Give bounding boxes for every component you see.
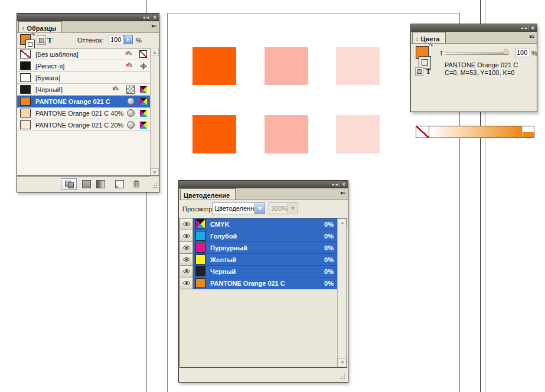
ramp-end-swatches[interactable] (522, 126, 534, 138)
resize-grip[interactable] (338, 373, 345, 380)
plate-name: Желтый (210, 256, 324, 263)
eye-icon (182, 269, 191, 274)
swatch-name: PANTONE Orange 021 C (35, 98, 125, 105)
scroll-up-arrow[interactable] (151, 48, 159, 56)
swatch-row-pantone-40[interactable]: PANTONE Orange 021 C 40% (17, 107, 150, 119)
show-all-swatches-button[interactable] (61, 178, 77, 190)
none-ramp-swatch[interactable] (416, 126, 429, 138)
swatch-row-pantone-20[interactable]: PANTONE Orange 021 C 20% (17, 119, 150, 131)
none-swatch-chip (20, 50, 31, 58)
visibility-toggle[interactable] (180, 218, 193, 230)
ink-limit-value: 300% (269, 203, 288, 214)
collapse-icon[interactable]: ◄◄ (331, 182, 338, 187)
formatting-affects-container-button[interactable] (415, 67, 423, 76)
non-editable-icon: ✎× (113, 86, 121, 93)
separations-list: CMYK 0% Голубой 0% Пурпу (180, 218, 347, 368)
swatches-scrollbar[interactable] (150, 48, 159, 177)
colors-titlebar[interactable]: ◄◄ × (411, 24, 537, 32)
separation-row-cmyk[interactable]: CMYK 0% (180, 218, 337, 230)
close-icon[interactable]: × (153, 15, 156, 21)
visibility-toggle[interactable] (180, 242, 193, 254)
swatch-row-pantone[interactable]: PANTONE Orange 021 C (17, 96, 150, 107)
swatch-name: [Без шаблона] (35, 51, 124, 58)
plate-name: CMYK (210, 221, 324, 228)
swatch-name: [Черный] (35, 86, 111, 93)
tint-spinner-button[interactable] (124, 35, 133, 44)
close-icon[interactable]: × (342, 182, 345, 188)
plate-name: Голубой (210, 233, 324, 240)
collapse-icon[interactable]: ◄◄ (520, 26, 527, 30)
swatch-name-label: PANTONE Orange 021 C (445, 61, 518, 68)
scroll-up-arrow[interactable] (338, 218, 347, 227)
swap-fill-stroke-icon[interactable]: ↷ (31, 32, 35, 38)
visibility-toggle[interactable] (180, 277, 193, 289)
swatch-row-paper[interactable]: [Бумага] (17, 72, 150, 84)
tint-slider-thumb[interactable] (503, 48, 509, 54)
full-tint-swatch[interactable] (523, 132, 534, 138)
tab-colors[interactable]: ↕ Цвета (412, 32, 446, 43)
tab-label: Цвета (421, 35, 440, 43)
separations-titlebar[interactable]: ◄◄ × (179, 181, 348, 188)
square-20pct[interactable] (336, 115, 380, 153)
separations-scrollbar[interactable] (337, 218, 347, 367)
scroll-down-arrow[interactable] (338, 358, 347, 367)
swatch-chip (20, 97, 31, 106)
tint-value-input[interactable] (515, 48, 530, 57)
separation-row-magenta[interactable]: Пурпурный 0% (180, 242, 337, 254)
separation-row-pantone[interactable]: PANTONE Orange 021 C 0% (180, 277, 337, 289)
collapse-icon[interactable]: ◄◄ (142, 15, 149, 19)
tab-swatches[interactable]: ↕ Образцы (18, 21, 62, 32)
separation-rows: CMYK 0% Голубой 0% Пурпу (180, 218, 337, 289)
coverage-value: 0% (324, 233, 334, 240)
view-mode-dropdown[interactable]: Цветоделенны (212, 202, 265, 214)
show-color-swatches-button[interactable] (82, 180, 91, 188)
close-icon[interactable]: × (531, 25, 534, 31)
swatches-titlebar[interactable]: ◄◄ × (17, 14, 159, 21)
square-20pct[interactable] (336, 47, 380, 85)
panel-toggle-icon[interactable]: ↕ (22, 25, 25, 31)
square-100pct[interactable] (192, 115, 236, 153)
swatch-row-black[interactable]: [Черный] ✎× (17, 84, 150, 96)
indesign-workspace: ◄◄ × ↕ Образцы ▾≡ ↷ T Оттенок: % (0, 0, 545, 392)
separation-row-cyan[interactable]: Голубой 0% (180, 230, 337, 242)
margin-guide-top (167, 13, 460, 14)
up-arrow-icon (341, 221, 344, 224)
swatches-toolbar: ↷ T Оттенок: % (17, 33, 159, 48)
eye-icon (182, 245, 191, 250)
dropdown-arrow-icon[interactable] (254, 203, 265, 214)
square-40pct[interactable] (265, 47, 308, 85)
panel-menu-icon[interactable]: ▾≡ (529, 34, 534, 40)
square-40pct[interactable] (265, 115, 308, 153)
swatch-row-none[interactable]: [Без шаблона] ✎× (17, 48, 150, 60)
swatch-list: [Без шаблона] ✎× [Регист-я] ✎× (17, 48, 159, 177)
panel-menu-icon[interactable]: ▾≡ (340, 191, 345, 196)
tint-ramp-gradient[interactable] (429, 126, 522, 138)
visibility-toggle[interactable] (180, 266, 193, 277)
panel-menu-icon[interactable]: ▾≡ (151, 24, 156, 29)
color-ramp[interactable] (416, 126, 534, 138)
plate-name: PANTONE Orange 021 C (210, 280, 324, 287)
tab-separations[interactable]: Цветоделение (180, 188, 236, 200)
new-swatch-button[interactable] (115, 180, 124, 188)
swatch-chip (20, 109, 31, 117)
titlebar-divider (528, 25, 529, 31)
swap-fill-stroke-icon[interactable]: ↷ (429, 43, 433, 48)
separation-row-yellow[interactable]: Желтый 0% (180, 254, 337, 266)
formatting-affects-text-button[interactable]: T (47, 35, 53, 45)
separation-row-black[interactable]: Черный 0% (180, 266, 337, 277)
visibility-toggle[interactable] (180, 230, 193, 242)
show-gradient-swatches-button[interactable] (96, 180, 105, 188)
tint-slider-track[interactable] (446, 53, 508, 55)
paper-swatch[interactable] (523, 126, 534, 132)
tint-input[interactable] (109, 35, 124, 44)
panel-toggle-icon[interactable]: ↕ (416, 36, 419, 42)
delete-swatch-button[interactable] (133, 180, 140, 188)
resize-grip[interactable] (151, 182, 158, 189)
formatting-affects-container-button[interactable] (37, 35, 46, 45)
square-100pct[interactable] (192, 47, 236, 85)
percent-label: % (136, 37, 142, 44)
plate-name: Пурпурный (210, 244, 324, 251)
formatting-affects-text-button[interactable]: T (426, 67, 431, 76)
visibility-toggle[interactable] (180, 254, 193, 266)
swatch-row-registration[interactable]: [Регист-я] ✎× (17, 60, 150, 72)
